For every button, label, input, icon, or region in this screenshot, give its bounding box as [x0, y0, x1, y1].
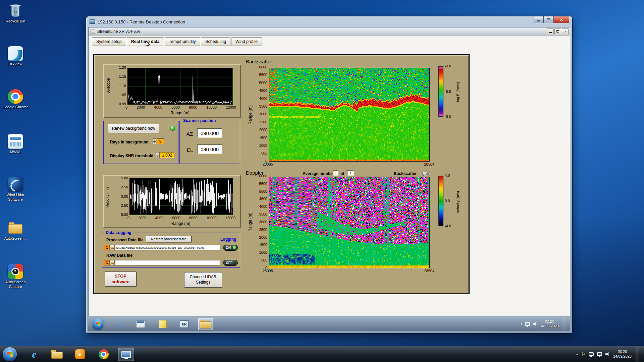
snr-threshold-value[interactable]: 1.002 — [160, 152, 174, 158]
background-group: Renew background now Rays in background … — [103, 121, 178, 164]
off-label: OFF — [226, 261, 232, 265]
desktop: ♻ Recycle Bin BL-View Google Chrome MW41… — [0, 0, 644, 362]
start-button[interactable] — [3, 347, 17, 361]
axis-tick: 28504 — [424, 163, 434, 166]
axis-tick: 0 — [125, 106, 127, 109]
axis-tick: 0.99 — [119, 102, 126, 106]
change-lidar-settings-button[interactable]: Change LiDAR Settings — [184, 272, 222, 288]
rdp-maximize-button[interactable] — [544, 16, 554, 23]
show-desktop-button[interactable] — [635, 346, 639, 362]
axis-tick: 3000 — [259, 112, 267, 116]
taskbar-internet-explorer[interactable]: e — [26, 348, 42, 361]
taskbar-chrome[interactable] — [96, 348, 112, 361]
desktop-icon-auto-screen-capture[interactable]: Auto Screen Capture — [0, 264, 31, 289]
az-value[interactable]: 090.000 — [197, 128, 222, 138]
logging-on-led — [233, 246, 236, 249]
tab-scheduling[interactable]: Scheduling — [201, 37, 230, 46]
raw-logging-toggle[interactable]: OFF — [223, 260, 238, 266]
average-number-value[interactable]: 1 — [333, 170, 338, 176]
axis-tick: 1000 — [259, 144, 267, 147]
stop-software-button[interactable]: STOP software — [105, 272, 137, 287]
remote-taskbar-internet-explorer[interactable]: e — [112, 318, 127, 330]
vi-titlebar[interactable]: StreamLine XR v14-6.vi — [89, 27, 570, 36]
media-player-icon: ▸ — [75, 349, 85, 359]
axis-tick: 4500 — [259, 197, 267, 201]
desktop-icon-autoscreen[interactable]: AutoScreen... — [0, 221, 31, 241]
axis-tick: 1.10 — [119, 84, 126, 88]
raw-path-browse-button[interactable] — [110, 260, 115, 265]
axis-tick: 28504 — [424, 269, 434, 273]
renew-background-button[interactable]: Renew background now — [108, 124, 159, 133]
rays-spinner[interactable]: ▴▾ — [153, 138, 156, 144]
remote-taskbar-app-window[interactable] — [133, 318, 148, 330]
axis-tick: -3.0 — [445, 64, 451, 68]
axis-tick: 4000 — [259, 97, 267, 101]
processed-path-drive[interactable]: C — [104, 245, 110, 250]
processed-path-browse-button[interactable] — [110, 245, 115, 250]
raw-path-drive[interactable]: C — [104, 260, 110, 265]
system-tray: ▴ ⚐ 03:20 14/09/2023 — [576, 346, 644, 362]
remote-taskbar-xr-app[interactable]: XR — [177, 318, 192, 330]
remote-tray-expand-arrow[interactable]: ◂ — [520, 322, 522, 326]
chrome-icon — [99, 349, 109, 359]
rays-in-background-value[interactable]: 8 — [157, 138, 164, 144]
remote-desktop-icon — [121, 351, 131, 358]
remote-display-icon[interactable] — [525, 322, 530, 326]
processed-logging-toggle[interactable]: ON — [223, 245, 238, 251]
tray-expand-arrow[interactable]: ▴ — [576, 352, 578, 356]
rdp-close-button[interactable]: × — [554, 16, 569, 23]
rdp-titlebar[interactable]: 192.168.0.150 - Remote Desktop Connectio… — [86, 16, 572, 27]
display-icon[interactable] — [589, 352, 594, 356]
ie-icon: e — [32, 349, 36, 359]
average-number-label: Average number — [303, 171, 334, 176]
desktop-icon-bl-view[interactable]: BL-View — [0, 46, 31, 67]
taskbar-remote-desktop-active[interactable] — [118, 348, 134, 361]
remote-volume-icon[interactable] — [533, 322, 537, 326]
axis-tick: 4000 — [259, 205, 267, 208]
labview-vi-icon — [91, 29, 95, 34]
network-icon[interactable] — [597, 352, 602, 356]
tab-wind-profile[interactable]: Wind profile — [231, 37, 262, 46]
raw-path-field[interactable] — [115, 260, 220, 265]
taskbar-media-app[interactable]: ▸ — [72, 348, 88, 361]
remote-show-desktop-button[interactable] — [562, 317, 566, 331]
desktop-icon-google-chrome[interactable]: Google Chrome — [0, 89, 31, 110]
ascope-y-axis-label: A-scope — [106, 71, 111, 100]
remote-start-button[interactable] — [92, 318, 104, 330]
axis-tick: 2500 — [259, 228, 267, 232]
desktop-icon-wind-lidar-software[interactable]: Wind Lidar Software — [0, 177, 31, 202]
wind-lidar-icon — [8, 177, 23, 192]
backscatter-colorbar-ticks: -3.0-5.5-8.0 — [445, 64, 455, 119]
vi-minimize-button[interactable] — [547, 28, 554, 34]
axis-tick: 4500 — [259, 89, 267, 93]
snr-spinner[interactable]: ▴▾ — [156, 152, 160, 158]
remote-taskbar-clock[interactable]: 03:20 14/09/2023 — [540, 319, 559, 329]
ie-icon: e — [118, 320, 121, 328]
rdp-minimize-button[interactable] — [534, 16, 544, 23]
taskbar-clock[interactable]: 03:20 14/09/2023 — [613, 350, 632, 359]
axis-tick: 4.0 — [445, 174, 450, 177]
axis-tick: 1.05 — [119, 93, 126, 97]
tab-system-setup[interactable]: System setup — [92, 37, 126, 46]
desktop-icon-recycle-bin[interactable]: ♻ Recycle Bin — [0, 3, 31, 24]
action-center-icon[interactable]: ⚐ — [581, 352, 585, 357]
remote-taskbar-notes-app[interactable] — [155, 318, 170, 330]
change-button-line2: Settings — [196, 280, 210, 285]
volume-icon[interactable] — [605, 352, 610, 356]
axis-tick: 5500 — [259, 73, 267, 77]
remote-taskbar-folder-active[interactable] — [198, 318, 213, 330]
axis-tick: 1.20 — [119, 66, 126, 69]
vi-close-button[interactable]: × — [562, 28, 569, 34]
desktop-icon-mw41[interactable]: MW41 — [0, 134, 31, 155]
vi-restore-button[interactable] — [554, 28, 561, 34]
average-total-value[interactable]: 1 — [347, 170, 354, 176]
remote-desktop-icon — [90, 19, 95, 24]
doppler-backscatter-toggle[interactable] — [422, 172, 430, 176]
axis-tick: 2000 — [138, 216, 146, 220]
processed-path-field[interactable]: C:\LidarA\Data\Proc\2023\202309\20230914… — [115, 245, 220, 250]
tab-temp-humidity[interactable]: Temp/humidity — [165, 37, 201, 46]
restart-processed-file-button[interactable]: Restart processed file — [146, 236, 192, 242]
el-value[interactable]: 090.000 — [197, 144, 222, 154]
taskbar-explorer[interactable] — [49, 348, 65, 361]
axis-tick: 1500 — [259, 136, 267, 140]
